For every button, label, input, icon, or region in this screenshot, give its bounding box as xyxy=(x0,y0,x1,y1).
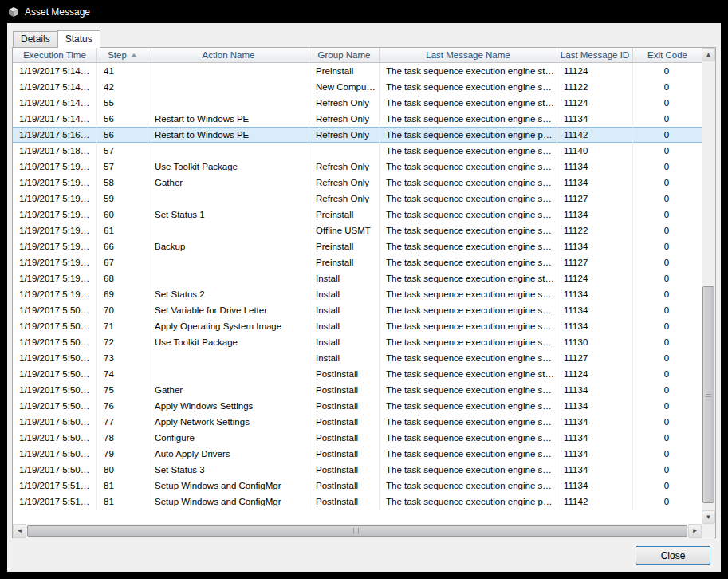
table-row[interactable]: 1/19/2017 5:14…42New Compu…The task sequ… xyxy=(13,79,702,95)
cell-action: Use Toolkit Package xyxy=(148,159,309,175)
column-header-group-name[interactable]: Group Name xyxy=(309,48,380,63)
cell-message: The task sequence execution engine s… xyxy=(380,382,557,398)
cell-id: 11124 xyxy=(557,270,633,286)
scroll-up-button[interactable]: ▲ xyxy=(702,48,715,61)
cell-time: 1/19/2017 5:19… xyxy=(13,191,97,207)
table-row[interactable]: 1/19/2017 5:19…69Set Status 2InstallThe … xyxy=(13,286,702,302)
cell-id: 11134 xyxy=(557,414,633,430)
cell-action: Apply Operating System Image xyxy=(148,318,309,334)
cell-exit: 0 xyxy=(633,414,702,430)
tab-status[interactable]: Status xyxy=(57,30,100,48)
cell-action xyxy=(148,270,309,286)
cell-step: 57 xyxy=(97,159,148,175)
cell-step: 79 xyxy=(97,446,148,462)
column-header-last-message-id[interactable]: Last Message ID xyxy=(557,48,633,63)
cell-action xyxy=(148,143,309,159)
table-row[interactable]: 1/19/2017 5:19…57Use Toolkit PackageRefr… xyxy=(13,159,702,175)
table-row[interactable]: 1/19/2017 5:19…68InstallThe task sequenc… xyxy=(13,270,702,286)
column-header-last-message-name[interactable]: Last Message Name xyxy=(380,48,557,63)
cell-group: PostInstall xyxy=(309,446,380,462)
table-row[interactable]: 1/19/2017 5:19…66BackupPreinstallThe tas… xyxy=(13,238,702,254)
tab-details[interactable]: Details xyxy=(13,31,58,47)
cell-time: 1/19/2017 5:14… xyxy=(13,79,97,95)
scroll-left-button[interactable]: ◄ xyxy=(13,524,26,538)
table-row[interactable]: 1/19/2017 5:18…57The task sequence execu… xyxy=(13,143,702,159)
app-icon xyxy=(8,6,19,18)
cell-id: 11134 xyxy=(557,286,633,302)
cell-exit: 0 xyxy=(633,175,702,191)
cell-group: Refresh Only xyxy=(309,111,380,127)
cell-time: 1/19/2017 5:50… xyxy=(13,462,97,478)
cell-exit: 0 xyxy=(633,127,702,143)
table-row[interactable]: 1/19/2017 5:50…70Set Variable for Drive … xyxy=(13,302,702,318)
table-row[interactable]: 1/19/2017 5:14…55Refresh OnlyThe task se… xyxy=(13,95,702,111)
table-row[interactable]: 1/19/2017 5:50…73InstallThe task sequenc… xyxy=(13,350,702,366)
table-row[interactable]: 1/19/2017 5:19…58GatherRefresh OnlyThe t… xyxy=(13,175,702,191)
table-row[interactable]: 1/19/2017 5:50…80Set Status 3PostInstall… xyxy=(13,462,702,478)
close-button[interactable]: Close xyxy=(636,546,710,565)
cell-id: 11142 xyxy=(557,494,633,510)
column-header-label: Last Message ID xyxy=(561,50,629,60)
cell-step: 41 xyxy=(97,63,148,79)
table-row[interactable]: 1/19/2017 5:50…75GatherPostInstallThe ta… xyxy=(13,382,702,398)
column-header-execution-time[interactable]: Execution Time xyxy=(13,48,97,63)
cell-message: The task sequence execution engine p… xyxy=(380,494,557,510)
scroll-down-button[interactable]: ▼ xyxy=(702,510,715,524)
cell-time: 1/19/2017 5:19… xyxy=(13,254,97,270)
cell-id: 11127 xyxy=(557,350,633,366)
cell-group: Install xyxy=(309,350,380,366)
table-row[interactable]: 1/19/2017 5:19…60Set Status 1PreinstallT… xyxy=(13,207,702,223)
cell-message: The task sequence execution engine st… xyxy=(380,366,557,382)
cell-group: Install xyxy=(309,286,380,302)
cell-group: Preinstall xyxy=(309,238,380,254)
vertical-scroll-track[interactable] xyxy=(702,61,715,510)
table-row[interactable]: 1/19/2017 5:50…72Use Toolkit PackageInst… xyxy=(13,334,702,350)
cell-id: 11134 xyxy=(557,398,633,414)
table-row[interactable]: 1/19/2017 5:19…67PreinstallThe task sequ… xyxy=(13,254,702,270)
cell-group: Offline USMT xyxy=(309,223,380,238)
cell-group: PostInstall xyxy=(309,414,380,430)
cell-action: Gather xyxy=(148,382,309,398)
column-header-exit-code[interactable]: Exit Code xyxy=(633,48,702,63)
cell-action: Set Status 2 xyxy=(148,286,309,302)
cell-group: New Compu… xyxy=(309,79,380,95)
table-row[interactable]: 1/19/2017 5:16…56Restart to Windows PERe… xyxy=(13,127,702,143)
table-row[interactable]: 1/19/2017 5:50…71Apply Operating System … xyxy=(13,318,702,334)
cell-message: The task sequence execution engine s… xyxy=(380,191,557,207)
vertical-scroll-thumb[interactable] xyxy=(702,286,714,503)
horizontal-scrollbar[interactable]: ◄ ► xyxy=(13,524,702,538)
table-row[interactable]: 1/19/2017 5:50…76Apply Windows SettingsP… xyxy=(13,398,702,414)
cell-time: 1/19/2017 5:19… xyxy=(13,286,97,302)
cell-message: The task sequence execution engine s… xyxy=(380,446,557,462)
vertical-scrollbar[interactable]: ▲ ▼ xyxy=(702,48,715,524)
table-row[interactable]: 1/19/2017 5:19…61Offline USMTThe task se… xyxy=(13,223,702,238)
column-header-step[interactable]: Step xyxy=(97,48,148,63)
cell-exit: 0 xyxy=(633,462,702,478)
table-row[interactable]: 1/19/2017 5:50…74PostInstallThe task seq… xyxy=(13,366,702,382)
column-header-label: Execution Time xyxy=(23,50,86,60)
table-row[interactable]: 1/19/2017 5:50…78ConfigurePostInstallThe… xyxy=(13,430,702,446)
horizontal-scroll-track[interactable] xyxy=(26,524,688,538)
table-row[interactable]: 1/19/2017 5:19…59Refresh OnlyThe task se… xyxy=(13,191,702,207)
column-header-action-name[interactable]: Action Name xyxy=(148,48,309,63)
cell-step: 66 xyxy=(97,238,148,254)
table-row[interactable]: 1/19/2017 5:51…81Setup Windows and Confi… xyxy=(13,478,702,494)
cell-group: Preinstall xyxy=(309,254,380,270)
cell-time: 1/19/2017 5:50… xyxy=(13,350,97,366)
cell-message: The task sequence execution engine s… xyxy=(380,318,557,334)
cell-group: Refresh Only xyxy=(309,127,380,143)
cell-exit: 0 xyxy=(633,430,702,446)
table-row[interactable]: 1/19/2017 5:50…79Auto Apply DriversPostI… xyxy=(13,446,702,462)
horizontal-scroll-thumb[interactable] xyxy=(27,525,687,537)
cell-action: Configure xyxy=(148,430,309,446)
table-row[interactable]: 1/19/2017 5:14…41PreinstallThe task sequ… xyxy=(13,63,702,79)
cell-action: Setup Windows and ConfigMgr xyxy=(148,478,309,494)
titlebar[interactable]: Asset Message xyxy=(1,1,727,23)
scroll-right-button[interactable]: ► xyxy=(688,524,702,538)
table-row[interactable]: 1/19/2017 5:14…56Restart to Windows PERe… xyxy=(13,111,702,127)
cell-message: The task sequence execution engine s… xyxy=(380,79,557,95)
table-row[interactable]: 1/19/2017 5:50…77Apply Network SettingsP… xyxy=(13,414,702,430)
table-row[interactable]: 1/19/2017 5:51…81Setup Windows and Confi… xyxy=(13,494,702,510)
cell-id: 11142 xyxy=(557,127,633,143)
sort-ascending-icon xyxy=(131,53,137,57)
